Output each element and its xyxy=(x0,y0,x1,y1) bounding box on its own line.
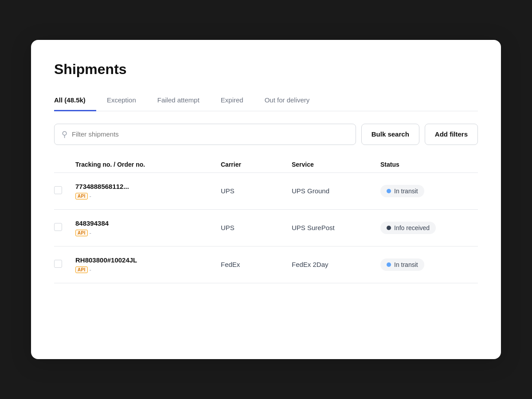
search-row: ⚲ Bulk search Add filters xyxy=(54,124,478,145)
search-input[interactable] xyxy=(72,130,348,138)
carrier-3: FedEx xyxy=(221,261,292,268)
table-row: 848394384 API - UPS UPS SurePost Info re… xyxy=(54,210,478,246)
page-title: Shipments xyxy=(54,61,478,78)
tracking-info-1: 7734888568112... API - xyxy=(75,183,221,200)
tracking-number-3: RH803800#10024JL xyxy=(75,256,221,264)
col-header-service: Service xyxy=(292,161,380,168)
tracking-number-2: 848394384 xyxy=(75,219,221,227)
api-dash-1: - xyxy=(90,193,91,200)
status-col-1: In transit xyxy=(380,185,478,197)
main-card: Shipments All (48.5k) Exception Failed a… xyxy=(31,40,501,359)
status-dot-1 xyxy=(387,189,391,193)
status-dot-2 xyxy=(387,226,391,230)
table-row: RH803800#10024JL API - FedEx FedEx 2Day … xyxy=(54,246,478,283)
api-badge-row-1: API - xyxy=(75,193,221,200)
tab-failed-attempt[interactable]: Failed attempt xyxy=(147,92,210,111)
row-checkbox-2[interactable] xyxy=(54,223,62,231)
bulk-search-button[interactable]: Bulk search xyxy=(361,124,419,145)
status-label-2: Info received xyxy=(394,224,430,231)
search-box: ⚲ xyxy=(54,124,356,145)
checkbox-col xyxy=(54,223,75,233)
status-badge-1: In transit xyxy=(380,185,424,197)
status-label-1: In transit xyxy=(394,188,418,195)
service-3: FedEx 2Day xyxy=(292,261,380,268)
tab-expired[interactable]: Expired xyxy=(210,92,254,111)
col-header-carrier: Carrier xyxy=(221,161,292,168)
api-badge-1: API xyxy=(75,193,88,200)
col-header-tracking: Tracking no. / Order no. xyxy=(75,161,221,168)
api-dash-2: - xyxy=(90,230,91,236)
status-badge-3: In transit xyxy=(380,258,424,271)
tracking-number-1: 7734888568112... xyxy=(75,183,221,190)
tracking-info-2: 848394384 API - xyxy=(75,219,221,236)
row-checkbox-1[interactable] xyxy=(54,186,62,194)
tab-exception[interactable]: Exception xyxy=(96,92,147,111)
carrier-2: UPS xyxy=(221,224,292,231)
api-badge-row-2: API - xyxy=(75,230,221,236)
add-filters-button[interactable]: Add filters xyxy=(425,124,478,145)
tracking-info-3: RH803800#10024JL API - xyxy=(75,256,221,273)
tab-out-for-delivery[interactable]: Out for delivery xyxy=(254,92,321,111)
service-1: UPS Ground xyxy=(292,187,380,195)
api-dash-3: - xyxy=(90,266,91,273)
api-badge-2: API xyxy=(75,230,88,236)
status-dot-3 xyxy=(387,262,391,267)
api-badge-row-3: API - xyxy=(75,266,221,273)
status-col-2: Info received xyxy=(380,222,478,234)
status-col-3: In transit xyxy=(380,258,478,271)
status-label-3: In transit xyxy=(394,261,418,268)
table-row: 7734888568112... API - UPS UPS Ground In… xyxy=(54,173,478,210)
checkbox-col xyxy=(54,260,75,270)
tabs-nav: All (48.5k) Exception Failed attempt Exp… xyxy=(54,92,478,111)
status-badge-2: Info received xyxy=(380,222,436,234)
row-checkbox-3[interactable] xyxy=(54,260,62,268)
tab-all[interactable]: All (48.5k) xyxy=(54,92,96,111)
table-header: Tracking no. / Order no. Carrier Service… xyxy=(54,161,478,173)
carrier-1: UPS xyxy=(221,187,292,195)
search-icon: ⚲ xyxy=(62,129,67,139)
col-header-status: Status xyxy=(380,161,478,168)
service-2: UPS SurePost xyxy=(292,224,380,231)
api-badge-3: API xyxy=(75,266,88,273)
checkbox-col xyxy=(54,186,75,196)
